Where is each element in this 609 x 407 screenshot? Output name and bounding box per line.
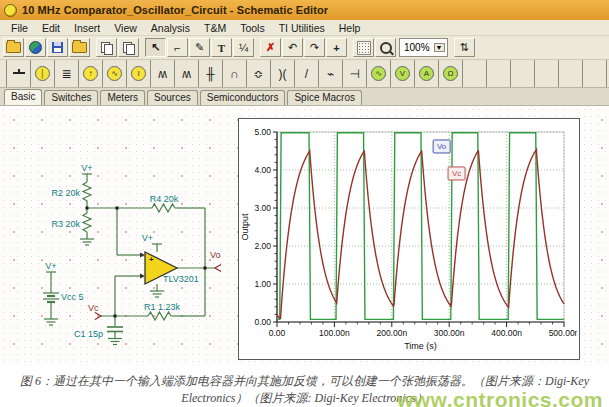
zoom-tool-button[interactable] — [375, 38, 396, 57]
component-inductor[interactable]: ∩ — [223, 60, 247, 87]
resistor-r3[interactable] — [83, 213, 91, 232]
grid-toggle-button[interactable] — [353, 38, 374, 57]
delete-button[interactable]: ✗ — [260, 38, 281, 57]
current-generator-icon: ≀ — [131, 66, 146, 81]
web-help-button[interactable] — [25, 38, 46, 57]
menu-item-insert[interactable]: Insert — [67, 22, 107, 34]
component-switch[interactable]: / — [295, 60, 319, 87]
wire-tool-button[interactable]: ⌐ — [167, 38, 188, 57]
ground-opamp[interactable] — [150, 291, 164, 297]
component-resistor[interactable]: ʍ — [151, 60, 175, 87]
ground-icon — [13, 69, 25, 78]
opamp-plus-input-pin — [140, 253, 145, 258]
component-empty-3 — [511, 60, 535, 87]
component-coupled-inductors[interactable]: )( — [271, 60, 295, 87]
menu-item-analysis[interactable]: Analysis — [144, 22, 197, 34]
component-empty-6 — [583, 60, 607, 87]
oscilloscope-meter-icon: ∿ — [371, 66, 386, 81]
component-ammeter[interactable]: A — [415, 60, 439, 87]
pencil-tool-button[interactable]: ✎ — [189, 38, 210, 57]
resistor-r2[interactable] — [83, 182, 91, 201]
pencil-icon: ✎ — [195, 41, 204, 54]
component-oscilloscope-meter[interactable]: ∿ — [367, 60, 391, 87]
component-capacitor[interactable]: ╫ — [199, 60, 223, 87]
main-toolbar: ↖ ⌐ ✎ T ¼ ✗ ↶ ↷ + 100% ▼ ⇅ — [0, 36, 609, 60]
component-ohmmeter[interactable]: Ω — [439, 60, 463, 87]
cursor-icon: ↖ — [151, 41, 160, 54]
label-battery: Vcc 5 — [61, 292, 84, 302]
component-potentiometer[interactable]: ʍ — [175, 60, 199, 87]
figure-caption: 图 6：通过在其中一个输入端添加电容器并向其施加反馈，可以创建一个张弛振荡器。（… — [0, 366, 609, 407]
ground-r3[interactable] — [80, 239, 94, 245]
import-button[interactable] — [69, 38, 90, 57]
copy-icon — [101, 42, 112, 53]
tab-spice-macros[interactable]: Spice Macros — [287, 90, 362, 105]
select-tool-button[interactable]: ↖ — [145, 38, 166, 57]
menu-item-tools[interactable]: Tools — [233, 22, 272, 34]
menu-item-view[interactable]: View — [107, 22, 144, 34]
svg-text:300.00n: 300.00n — [434, 328, 465, 338]
label-opamp-vplus: V+ — [142, 233, 153, 243]
label-r2: R2 20k — [51, 188, 80, 198]
tab-meters[interactable]: Meters — [100, 90, 145, 105]
text-tool-icon: T — [218, 42, 225, 54]
tab-basic[interactable]: Basic — [4, 89, 42, 105]
x-axis-label: Time (s) — [404, 341, 437, 351]
ground-battery[interactable] — [44, 319, 58, 325]
menu-item-edit[interactable]: Edit — [35, 22, 67, 34]
ground-c1[interactable] — [108, 339, 122, 345]
menu-item-file[interactable]: File — [4, 22, 35, 34]
undo-button[interactable]: ↶ — [282, 38, 303, 57]
voltage-generator-icon: ∿ — [107, 66, 122, 81]
component-current-generator[interactable]: ≀ — [127, 60, 151, 87]
paste-button[interactable] — [118, 38, 139, 57]
text-tool-button[interactable]: T — [211, 38, 232, 57]
menu-item-t-m[interactable]: T&M — [197, 22, 233, 34]
tab-switches[interactable]: Switches — [44, 90, 98, 105]
analysis-plot-panel[interactable]: 0.00100.00n200.00n300.00n400.00n500.00n0… — [238, 118, 580, 360]
component-battery[interactable]: ≣ — [55, 60, 79, 87]
svg-text:3.00: 3.00 — [254, 203, 271, 213]
fraction-tool-button[interactable]: ¼ — [233, 38, 254, 57]
resistor-r4[interactable] — [152, 204, 177, 212]
title-bar[interactable]: 10 MHz Comparator_Oscillator_Circuit - S… — [0, 0, 609, 20]
menu-item-help[interactable]: Help — [332, 22, 368, 34]
magnifier-icon — [380, 42, 392, 54]
open-file-button[interactable] — [3, 38, 24, 57]
component-ground[interactable] — [6, 60, 31, 87]
component-voltage-source[interactable]: │ — [31, 60, 55, 87]
input-terminal-vc[interactable] — [95, 313, 101, 320]
menu-item-ti-utilities[interactable]: TI Utilities — [272, 22, 332, 34]
component-current-source[interactable]: ↑ — [79, 60, 103, 87]
capacitor-c1[interactable] — [107, 327, 123, 332]
copy-button[interactable] — [96, 38, 117, 57]
crosshair-icon: + — [333, 42, 339, 54]
redo-icon: ↷ — [310, 41, 319, 54]
component-controlled-switch[interactable]: ⌁ — [319, 60, 343, 87]
resistor-r1[interactable] — [148, 312, 173, 320]
zoom-level-value: 100% — [404, 42, 430, 53]
globe-icon — [29, 41, 42, 54]
redo-button[interactable]: ↷ — [304, 38, 325, 57]
save-button[interactable] — [47, 38, 68, 57]
label-vo: Vo — [210, 250, 221, 260]
move-tool-button[interactable]: + — [326, 38, 347, 57]
component-connection[interactable]: ⊣ — [343, 60, 367, 87]
label-opamp: TLV3201 — [163, 274, 199, 284]
y-axis-label: Output — [240, 213, 250, 241]
menu-bar: FileEditInsertViewAnalysisT&MToolsTI Uti… — [0, 20, 609, 36]
battery-vcc[interactable] — [43, 293, 59, 302]
schematic-canvas[interactable]: V+ R2 20k R3 20k R4 20k V+ TLV3201 V+ Vc… — [0, 106, 609, 366]
component-voltmeter[interactable]: V — [391, 60, 415, 87]
label-vplus-top: V+ — [81, 163, 92, 173]
component-voltage-generator[interactable]: ∿ — [103, 60, 127, 87]
output-terminal-vo[interactable] — [215, 265, 221, 272]
svg-text:4.00: 4.00 — [254, 165, 271, 175]
tab-semiconductors[interactable]: Semiconductors — [200, 90, 286, 105]
tab-sources[interactable]: Sources — [147, 90, 198, 105]
zoom-level-select[interactable]: 100% ▼ — [399, 38, 448, 57]
component-transformer[interactable]: ≎ — [247, 60, 271, 87]
component-empty-4 — [535, 60, 559, 87]
interactive-mode-button[interactable]: ⇅ — [454, 38, 475, 57]
app-icon — [4, 4, 17, 17]
